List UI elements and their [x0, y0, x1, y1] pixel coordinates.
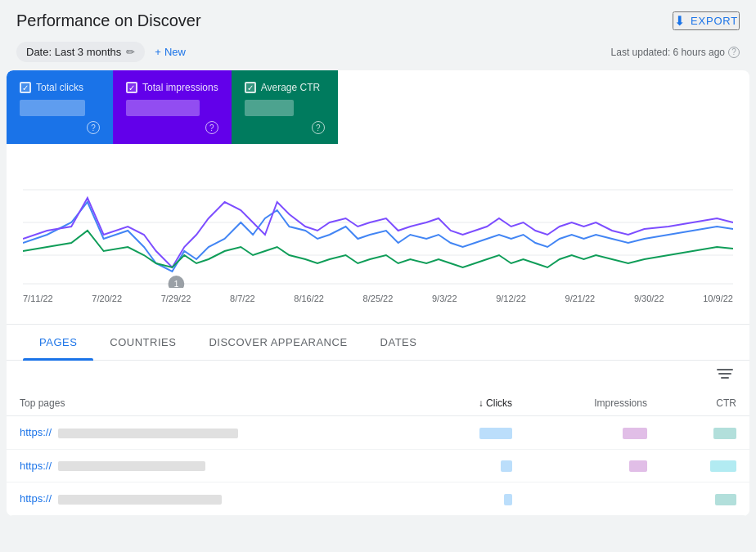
x-label-2: 7/29/22 — [161, 294, 191, 303]
table-cell-ctr-0 — [660, 416, 749, 450]
ctr-bar-2 — [715, 494, 736, 505]
last-updated-text: Last updated: 6 hours ago ? — [611, 47, 740, 58]
table-cell-impressions-1 — [525, 449, 660, 482]
table-row: https:// — [7, 416, 749, 450]
table-cell-clicks-2 — [423, 482, 525, 516]
ctr-bar-0 — [713, 428, 736, 439]
filter-icon[interactable] — [717, 367, 733, 384]
url-prefix-1: https:// — [20, 460, 52, 472]
table-row: https:// — [7, 449, 749, 482]
chart-svg: 1 — [23, 157, 733, 288]
metric-card-clicks[interactable]: Total clicks ? — [7, 70, 113, 144]
impressions-bar-1 — [629, 460, 647, 472]
clicks-label: Total clicks — [36, 82, 83, 93]
x-label-1: 7/20/22 — [92, 294, 122, 303]
date-label: Date: Last 3 months — [26, 46, 121, 58]
url-blurred-2 — [58, 495, 222, 505]
metric-card-ctr-header: Average CTR — [245, 82, 325, 93]
chart-area: 1 7/11/22 7/20/22 7/29/22 8/7/22 8/16/22… — [7, 144, 749, 324]
clicks-bar-2 — [504, 494, 512, 505]
url-prefix-0: https:// — [20, 426, 52, 438]
metric-card-impressions[interactable]: Total impressions ? — [113, 70, 232, 144]
col-header-ctr[interactable]: CTR — [660, 391, 749, 416]
impressions-footer: ? — [126, 121, 218, 134]
tab-countries[interactable]: COUNTRIES — [93, 325, 192, 360]
export-icon: ⬇ — [674, 13, 686, 29]
data-table: Top pages ↓ Clicks Impressions CTR https… — [7, 391, 749, 516]
ctr-value-bar — [245, 100, 294, 116]
new-label: New — [164, 46, 186, 58]
clicks-bar-0 — [479, 428, 512, 439]
x-label-0: 7/11/22 — [23, 294, 53, 303]
page-title: Performance on Discover — [16, 11, 201, 30]
svg-rect-6 — [718, 373, 731, 375]
table-cell-impressions-2 — [525, 482, 660, 516]
impressions-value-bar — [126, 100, 200, 116]
x-label-8: 9/21/22 — [565, 294, 596, 303]
ctr-footer: ? — [245, 121, 325, 134]
url-blurred-0 — [58, 429, 238, 438]
new-button[interactable]: + New — [155, 46, 186, 58]
x-label-7: 9/12/22 — [496, 294, 526, 303]
tabs-row: PAGES COUNTRIES DISCOVER APPEARANCE DATE… — [7, 325, 749, 361]
tab-pages[interactable]: PAGES — [23, 325, 93, 360]
metric-card-ctr[interactable]: Average CTR ? — [232, 70, 338, 144]
clicks-value-bar — [20, 100, 85, 116]
table-cell-ctr-2 — [660, 482, 749, 516]
main-content: Total clicks ? Total impressions ? Avera… — [7, 70, 749, 516]
x-label-4: 8/16/22 — [294, 294, 324, 303]
impressions-bar-0 — [623, 428, 647, 439]
col-header-clicks[interactable]: ↓ Clicks — [423, 391, 525, 416]
table-cell-clicks-0 — [423, 416, 525, 450]
impressions-label: Total impressions — [142, 82, 218, 93]
col-header-impressions[interactable]: Impressions — [525, 391, 660, 416]
clicks-checkbox[interactable] — [20, 82, 31, 93]
metric-card-impressions-header: Total impressions — [126, 82, 218, 93]
sort-arrow: ↓ — [479, 397, 484, 409]
x-label-10: 10/9/22 — [703, 294, 733, 303]
ctr-help-icon[interactable]: ? — [312, 121, 325, 134]
ctr-checkbox[interactable] — [245, 82, 256, 93]
tab-dates[interactable]: DATES — [364, 325, 434, 360]
tabs-section: PAGES COUNTRIES DISCOVER APPEARANCE DATE… — [7, 324, 749, 361]
impressions-checkbox[interactable] — [126, 82, 137, 93]
x-label-3: 8/7/22 — [230, 294, 255, 303]
ctr-label: Average CTR — [261, 82, 320, 93]
table-section: Top pages ↓ Clicks Impressions CTR https… — [7, 361, 749, 516]
svg-rect-5 — [717, 369, 733, 370]
col-header-page[interactable]: Top pages — [7, 391, 423, 416]
clicks-help-icon[interactable]: ? — [87, 121, 100, 134]
x-label-6: 9/3/22 — [432, 294, 457, 303]
last-updated-info-icon[interactable]: ? — [728, 47, 740, 58]
clicks-bar-1 — [501, 460, 512, 472]
svg-rect-7 — [721, 377, 729, 379]
ctr-bar-1 — [710, 460, 736, 472]
svg-text:1: 1 — [173, 279, 178, 288]
table-cell-url-2[interactable]: https:// — [7, 482, 423, 516]
chart-container: 1 7/11/22 7/20/22 7/29/22 8/7/22 8/16/22… — [23, 157, 733, 303]
top-header: Performance on Discover ⬇ EXPORT — [0, 0, 756, 38]
url-blurred-1 — [58, 461, 205, 471]
table-cell-url-0[interactable]: https:// — [7, 416, 423, 450]
tab-discover-appearance[interactable]: DISCOVER APPEARANCE — [192, 325, 363, 360]
date-filter-pill[interactable]: Date: Last 3 months ✏ — [16, 42, 145, 62]
filter-left: Date: Last 3 months ✏ + New — [16, 42, 186, 62]
table-cell-impressions-0 — [525, 416, 660, 450]
filter-bar: Date: Last 3 months ✏ + New Last updated… — [0, 38, 756, 70]
table-row: https:// — [7, 482, 749, 516]
url-prefix-2: https:// — [20, 492, 52, 505]
metric-card-clicks-header: Total clicks — [20, 82, 100, 93]
last-updated-label: Last updated: 6 hours ago — [611, 47, 725, 58]
table-cell-clicks-1 — [423, 449, 525, 482]
table-toolbar — [7, 361, 749, 391]
export-button[interactable]: ⬇ EXPORT — [673, 11, 740, 30]
plus-icon: + — [155, 46, 161, 58]
table-cell-ctr-1 — [660, 449, 749, 482]
table-cell-url-1[interactable]: https:// — [7, 449, 423, 482]
x-label-9: 9/30/22 — [634, 294, 664, 303]
impressions-help-icon[interactable]: ? — [205, 121, 218, 134]
metric-cards: Total clicks ? Total impressions ? Avera… — [7, 70, 749, 144]
clicks-footer: ? — [20, 121, 100, 134]
export-label: EXPORT — [691, 15, 738, 27]
edit-icon: ✏ — [126, 46, 135, 58]
